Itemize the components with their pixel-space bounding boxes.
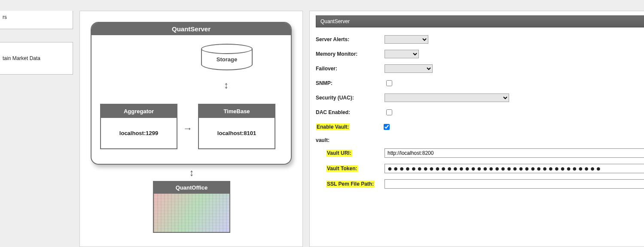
- quantoffice-node[interactable]: QuantOffice: [153, 181, 230, 233]
- storage-node[interactable]: Storage: [201, 44, 253, 70]
- memory-monitor-select[interactable]: [385, 50, 419, 58]
- vault-token-input[interactable]: ●●●●●●●●●●●●●●●●●●●●●●●●●●●●●●●●●●●●: [385, 164, 644, 173]
- timebase-address: localhost:8101: [217, 130, 256, 136]
- label-vault-token: Vault Token:: [326, 165, 358, 172]
- quantserver-card[interactable]: QuantServer Storage ↕ Aggregator localho…: [91, 22, 292, 165]
- aggregator-title: Aggregator: [101, 105, 177, 118]
- aggregator-address: localhost:1299: [119, 130, 158, 136]
- dac-enabled-checkbox[interactable]: [386, 109, 392, 115]
- left-frag1-text: rs: [3, 14, 7, 20]
- left-tree-fragment-2: tain Market Data: [0, 42, 73, 75]
- storage-label: Storage: [217, 56, 237, 63]
- quantserver-card-title: QuantServer: [92, 23, 291, 35]
- ssl-pem-path-input[interactable]: [385, 179, 644, 189]
- aggregator-node[interactable]: Aggregator localhost:1299: [100, 104, 177, 149]
- left-frag2-text: tain Market Data: [3, 55, 40, 61]
- label-server-alerts: Server Alerts:: [316, 36, 385, 42]
- label-dac-enabled: DAC Enabled:: [316, 109, 385, 115]
- vault-uri-input[interactable]: [385, 148, 644, 158]
- architecture-diagram-panel: QuantServer Storage ↕ Aggregator localho…: [79, 11, 303, 247]
- failover-select[interactable]: [385, 64, 433, 73]
- label-ssl-pem-path: SSL Pem File Path:: [326, 181, 375, 187]
- label-memory-monitor: Memory Monitor:: [316, 51, 385, 57]
- snmp-checkbox[interactable]: [386, 80, 392, 86]
- quantoffice-chart-thumbnail: [154, 193, 229, 232]
- double-arrow-vertical-icon: ↕: [224, 80, 229, 91]
- properties-panel: QuantServer Server Alerts: Memory Monito…: [309, 11, 644, 247]
- arrow-right-icon: →: [183, 123, 192, 134]
- left-tree-fragment-1: rs: [0, 11, 73, 29]
- timebase-title: TimeBase: [199, 105, 275, 118]
- timebase-node[interactable]: TimeBase localhost:8101: [198, 104, 275, 149]
- label-snmp: SNMP:: [316, 80, 385, 86]
- label-vault-group: vault:: [316, 137, 644, 143]
- label-vault-uri: Vault URI:: [326, 150, 352, 157]
- label-enable-vault: Enable Vault:: [316, 124, 350, 130]
- server-alerts-select[interactable]: [385, 35, 428, 44]
- cylinder-icon: [201, 44, 253, 54]
- enable-vault-checkbox[interactable]: [384, 124, 390, 130]
- properties-title-bar: QuantServer: [316, 15, 644, 27]
- label-failover: Failover:: [316, 66, 385, 72]
- quantoffice-title: QuantOffice: [154, 182, 229, 193]
- label-security-uac: Security (UAC):: [316, 95, 385, 101]
- security-uac-select[interactable]: [385, 93, 509, 102]
- properties-title: QuantServer: [320, 18, 350, 24]
- double-arrow-vertical-icon: ↕: [183, 167, 200, 178]
